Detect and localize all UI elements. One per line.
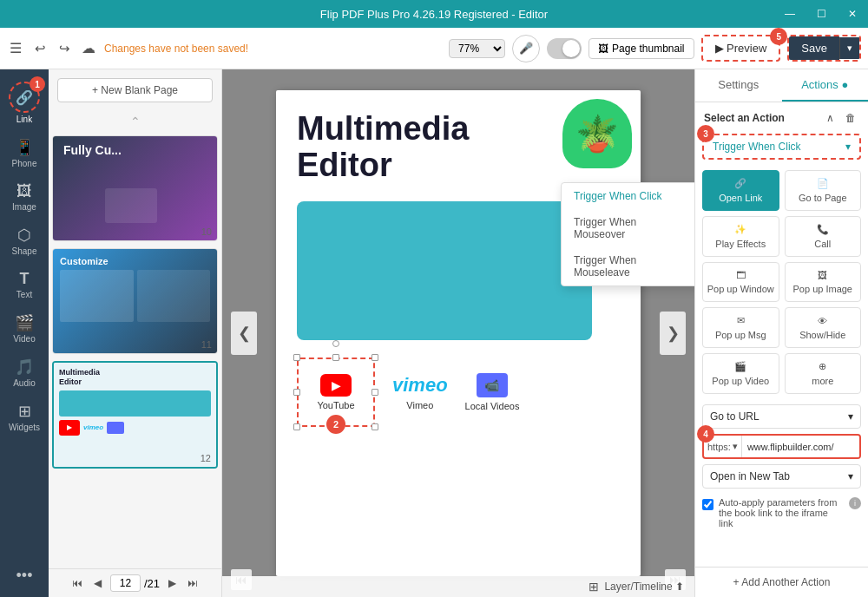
trigger-option-mouseover[interactable]: Trigger When Mouseover bbox=[562, 209, 694, 247]
canvas-area: ❮ ⏮ 🪴 Multimedia Editor bbox=[222, 69, 694, 597]
action-more[interactable]: ⊕ more bbox=[785, 353, 862, 394]
popup-video-label: Pop up Video bbox=[712, 376, 769, 386]
page-number-input[interactable] bbox=[110, 574, 141, 592]
call-label: Call bbox=[814, 239, 831, 249]
toolbar: ☰ ↩ ↪ ☁ Changes have not been saved! 77%… bbox=[0, 28, 868, 69]
action-go-to-page[interactable]: 📄 Go to Page bbox=[785, 170, 862, 211]
delete-button[interactable]: 🗑 bbox=[842, 109, 859, 127]
left-sidebar: 🔗 1 Link 📱 Phone 🖼 Image ⬡ Shape T Text … bbox=[0, 69, 49, 597]
action-popup-video[interactable]: 🎬 Pop up Video bbox=[702, 353, 779, 394]
tab-settings[interactable]: Settings bbox=[695, 69, 782, 102]
mic-toggle[interactable] bbox=[547, 38, 582, 59]
sidebar-item-phone[interactable]: 📱 Phone bbox=[0, 133, 49, 174]
maximize-button[interactable]: ☐ bbox=[806, 0, 837, 28]
new-blank-page-button[interactable]: + New Blank Page bbox=[57, 78, 213, 102]
zoom-select[interactable]: 77% 100% 125% bbox=[449, 39, 505, 58]
sidebar-item-link[interactable]: 🔗 1 Link bbox=[0, 76, 49, 129]
sidebar-item-audio[interactable]: 🎵 Audio bbox=[0, 352, 49, 393]
sidebar-item-video-label: Video bbox=[13, 334, 35, 344]
page-thumb-12[interactable]: MultimediaEditor ▶ vimeo 12 bbox=[52, 361, 218, 469]
youtube-element[interactable]: ▶ YouTube 2 bbox=[297, 358, 375, 427]
page-thumb-label: Page thumbnail bbox=[612, 43, 684, 55]
sidebar-item-video[interactable]: 🎬 Video bbox=[0, 308, 49, 349]
page-num-11: 11 bbox=[201, 339, 212, 350]
action-show-hide[interactable]: 👁 Show/Hide bbox=[785, 307, 862, 348]
undo-button[interactable]: ↩ bbox=[31, 40, 49, 57]
canvas-nav-left[interactable]: ❮ bbox=[231, 312, 257, 355]
action-call[interactable]: 📞 Call bbox=[785, 216, 862, 257]
minimize-button[interactable]: — bbox=[774, 0, 806, 28]
add-action-button[interactable]: + Add Another Action bbox=[695, 567, 868, 597]
auto-apply-checkbox[interactable] bbox=[702, 499, 713, 510]
action-open-link[interactable]: 🔗 Open Link bbox=[702, 170, 779, 211]
handle-bl[interactable] bbox=[293, 423, 300, 430]
scroll-up-button[interactable]: ⌃ bbox=[49, 111, 221, 132]
action-popup-msg[interactable]: ✉ Pop up Msg bbox=[702, 307, 779, 348]
vimeo-element[interactable]: vimeo Vimeo bbox=[392, 374, 448, 410]
page-thumbnail-button[interactable]: 🖼 Page thumbnail bbox=[589, 38, 694, 59]
section-controls: ∧ 🗑 bbox=[821, 109, 859, 127]
page-num-12: 12 bbox=[201, 453, 211, 463]
page-last-button[interactable]: ⏭ bbox=[184, 574, 201, 592]
save-dropdown-button[interactable]: ▾ bbox=[839, 37, 859, 59]
page-next-button[interactable]: ▶ bbox=[163, 574, 181, 592]
menu-button[interactable]: ☰ bbox=[7, 40, 24, 57]
handle-tl[interactable] bbox=[293, 354, 300, 361]
show-hide-icon: 👁 bbox=[818, 316, 827, 326]
more-icon: ⊕ bbox=[819, 361, 826, 372]
pages-footer: ⏮ ◀ /21 ▶ ⏭ bbox=[49, 568, 221, 597]
sidebar-item-text[interactable]: T Text bbox=[0, 265, 49, 305]
handle-mr[interactable] bbox=[372, 389, 378, 396]
collapse-button[interactable]: ∧ bbox=[821, 109, 838, 127]
sidebar-item-widgets[interactable]: ⊞ Widgets bbox=[0, 397, 49, 437]
mic-button[interactable]: 🎤 bbox=[512, 35, 540, 62]
url-type-chevron-icon: ▾ bbox=[848, 410, 853, 423]
page-prev-button[interactable]: ◀ bbox=[89, 574, 107, 592]
handle-tr[interactable] bbox=[372, 354, 378, 361]
page-thumb-icon: 🖼 bbox=[598, 43, 608, 55]
canvas-blue-box bbox=[297, 201, 592, 340]
action-popup-window[interactable]: 🗔 Pop up Window bbox=[702, 262, 779, 302]
canvas-nav-right[interactable]: ❯ bbox=[660, 312, 686, 355]
vimeo-icon: vimeo bbox=[392, 374, 448, 397]
sidebar-item-image-label: Image bbox=[12, 202, 36, 212]
local-video-element[interactable]: 📹 Local Videos bbox=[465, 373, 520, 411]
page-thumb-11[interactable]: Customize 11 bbox=[52, 248, 218, 354]
call-icon: 📞 bbox=[817, 224, 829, 235]
rotate-handle[interactable] bbox=[332, 340, 339, 347]
open-tab-dropdown[interactable]: Open in New Tab ▾ bbox=[702, 464, 861, 489]
redo-button[interactable]: ↪ bbox=[56, 40, 73, 57]
go-to-page-label: Go to Page bbox=[799, 193, 847, 203]
action-play-effects[interactable]: ✨ Play Effects bbox=[702, 216, 779, 257]
handle-ml[interactable] bbox=[293, 389, 300, 396]
sidebar-item-audio-label: Audio bbox=[13, 378, 36, 388]
trigger-chevron-icon: ▾ bbox=[845, 141, 851, 153]
url-type-label: Go to URL bbox=[710, 410, 760, 423]
url-type-dropdown[interactable]: Go to URL ▾ bbox=[702, 404, 861, 429]
trigger-dropdown[interactable]: Trigger When Click ▾ bbox=[702, 134, 861, 160]
sidebar-item-image[interactable]: 🖼 Image bbox=[0, 177, 49, 217]
trigger-option-click[interactable]: Trigger When Click bbox=[562, 183, 694, 209]
page-num-10: 10 bbox=[201, 226, 212, 237]
show-hide-label: Show/Hide bbox=[799, 330, 845, 340]
main-layout: 🔗 1 Link 📱 Phone 🖼 Image ⬡ Shape T Text … bbox=[0, 69, 868, 597]
handle-br[interactable] bbox=[372, 423, 378, 430]
tab-actions[interactable]: Actions ● bbox=[782, 69, 869, 102]
action-popup-image[interactable]: 🖼 Pop up Image bbox=[785, 262, 862, 302]
page-first-button[interactable]: ⏮ bbox=[69, 574, 86, 592]
sidebar-item-shape[interactable]: ⬡ Shape bbox=[0, 220, 49, 261]
preview-button[interactable]: ▶ Preview 5 bbox=[701, 35, 781, 62]
sidebar-item-more[interactable]: ••• bbox=[0, 561, 49, 590]
url-input[interactable] bbox=[742, 436, 861, 457]
cloud-button[interactable]: ☁ bbox=[80, 40, 97, 57]
app-title: Flip PDF Plus Pro 4.26.19 Registered - E… bbox=[320, 8, 548, 21]
open-link-label: Open Link bbox=[719, 193, 762, 203]
save-button[interactable]: Save bbox=[789, 36, 839, 60]
handle-tc[interactable] bbox=[332, 354, 339, 361]
url-badge: 4 bbox=[697, 425, 714, 443]
url-input-container: https: ▾ 4 bbox=[702, 434, 861, 459]
page-thumb-10[interactable]: Fully Cu... 10 bbox=[52, 135, 218, 241]
pages-list: Fully Cu... 10 Customize 11 bbox=[49, 132, 221, 568]
trigger-option-mouseleave[interactable]: Trigger When Mouseleave bbox=[562, 247, 694, 285]
close-button[interactable]: ✕ bbox=[837, 0, 868, 28]
